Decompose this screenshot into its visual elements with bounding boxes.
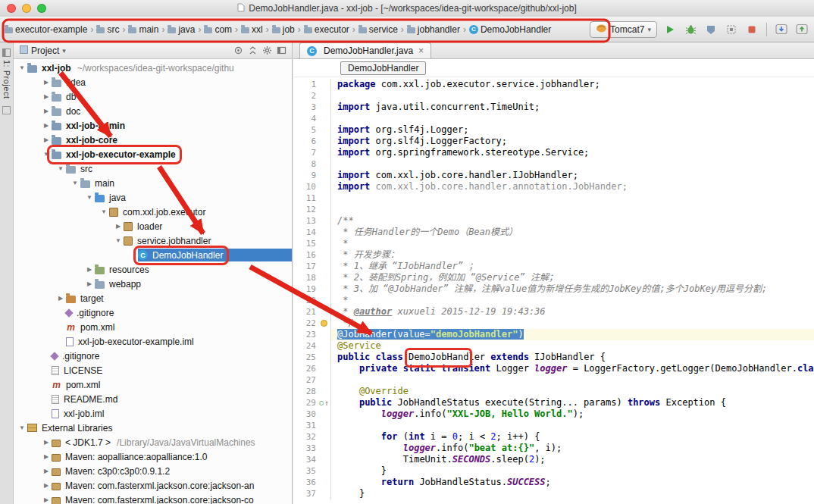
tree-item-Maven: com.fasterxml.jackson.core:jackson-an[interactable]: ▶Maven: com.fasterxml.jackson.core:jacks… xyxy=(14,478,292,493)
vcs-commit-button[interactable] xyxy=(794,22,809,37)
code-line-2[interactable]: 2 xyxy=(293,90,814,102)
tree-item-README.md[interactable]: README.md xyxy=(14,392,292,406)
run-button[interactable] xyxy=(662,22,678,37)
breadcrumb-item-src[interactable]: src xyxy=(95,23,120,36)
code-line-13[interactable]: 13/** xyxy=(293,215,814,227)
tool-window-switcher-icon[interactable] xyxy=(2,46,11,55)
tree-item-.gitignore[interactable]: .gitignore xyxy=(14,305,292,320)
code-line-23[interactable]: 23@JobHander(value="demoJobHandler") xyxy=(293,329,814,340)
favorites-tool-window-icon[interactable] xyxy=(2,104,11,112)
tree-collapse-arrow-icon[interactable]: ▼ xyxy=(113,237,124,244)
code-line-21[interactable]: 21 * @author xuxueli 2015-12-19 19:43:36 xyxy=(293,306,814,318)
profiler-button[interactable] xyxy=(724,22,739,37)
tree-item-webapp[interactable]: ▶webapp xyxy=(14,277,292,291)
code-line-27[interactable]: 27 xyxy=(293,374,814,386)
tree-item-xxl-job-core[interactable]: ▶xxl-job-core xyxy=(14,133,292,147)
code-line-14[interactable]: 14 * 任务Handler的一个Demo（Bean模式） xyxy=(293,227,814,238)
code-line-11[interactable]: 11 xyxy=(293,193,814,204)
code-line-28[interactable]: 28 @Override xyxy=(293,386,814,397)
tree-collapse-arrow-icon[interactable]: ▼ xyxy=(41,151,52,158)
tree-item-pom.xml[interactable]: mpom.xml xyxy=(14,320,292,334)
tree-item-DemoJobHandler[interactable]: CDemoJobHandler xyxy=(14,248,292,262)
tree-item-xxl-job-executor-example.iml[interactable]: xxl-job-executor-example.iml xyxy=(14,334,292,349)
tree-item-.idea[interactable]: ▶.idea xyxy=(14,75,292,89)
stop-button[interactable] xyxy=(744,22,759,37)
settings-gear-icon[interactable] xyxy=(262,45,272,55)
tree-item-.gitignore[interactable]: .gitignore xyxy=(14,349,292,363)
tree-item-resources[interactable]: ▶resources xyxy=(14,262,292,277)
locate-file-icon[interactable] xyxy=(233,45,243,55)
tree-item-main[interactable]: ▼main xyxy=(14,176,292,190)
tree-collapse-arrow-icon[interactable]: ▼ xyxy=(84,194,95,201)
tree-item-Maven: aopalliance:aopalliance:1.0[interactable]: ▶Maven: aopalliance:aopalliance:1.0 xyxy=(14,449,292,464)
override-marker-icon[interactable]: ○ xyxy=(319,399,323,406)
debug-button[interactable] xyxy=(683,22,698,37)
breadcrumb-item-main[interactable]: main xyxy=(127,23,159,36)
editor-tab-demojobhandler[interactable]: C DemoJobHandler.java × xyxy=(299,42,431,58)
tree-item-LICENSE[interactable]: LICENSE xyxy=(14,363,292,377)
tree-item-pom.xml[interactable]: mpom.xml xyxy=(14,377,292,392)
code-line-16[interactable]: 16 * 开发步骤： xyxy=(293,249,814,261)
close-tab-icon[interactable]: × xyxy=(418,45,424,56)
tree-item-loader[interactable]: ▶loader xyxy=(14,219,292,233)
tree-item-service.jobhandler[interactable]: ▼service.jobhandler xyxy=(14,233,292,248)
code-line-8[interactable]: 8 xyxy=(293,158,814,170)
zoom-window-icon[interactable] xyxy=(37,4,46,13)
code-line-29[interactable]: 29○↑ public JobHandleStatus execute(Stri… xyxy=(293,397,814,409)
code-line-10[interactable]: 10import com.xxl.job.core.handler.annota… xyxy=(293,181,814,193)
breadcrumb-item-com[interactable]: com xyxy=(203,23,233,36)
code-line-19[interactable]: 19 * 3、加 “@JobHander” 注解，注解value值为新增任务生成… xyxy=(293,283,814,295)
breadcrumb-item-java[interactable]: java xyxy=(167,23,196,36)
tree-expand-arrow-icon[interactable]: ▶ xyxy=(41,482,52,489)
tree-item-External Libraries[interactable]: ▼External Libraries xyxy=(14,421,292,435)
collapse-all-icon[interactable] xyxy=(248,45,258,55)
code-line-12[interactable]: 12 xyxy=(293,204,814,215)
tree-expand-arrow-icon[interactable]: ▶ xyxy=(84,280,95,287)
run-configuration-select[interactable]: Tomcat7 ▾ xyxy=(590,21,657,38)
tree-collapse-arrow-icon[interactable]: ▼ xyxy=(17,64,27,71)
tree-expand-arrow-icon[interactable]: ▶ xyxy=(41,93,52,100)
code-line-17[interactable]: 17 * 1、继承 “IJobHandler” ； xyxy=(293,261,814,272)
code-line-1[interactable]: 1package com.xxl.job.executor.service.jo… xyxy=(293,79,814,90)
code-line-35[interactable]: 35 } xyxy=(293,465,814,477)
code-line-9[interactable]: 9import com.xxl.job.core.handler.IJobHan… xyxy=(293,170,814,181)
tree-expand-arrow-icon[interactable]: ▶ xyxy=(41,496,52,503)
tree-item-com.xxl.job.executor[interactable]: ▼com.xxl.job.executor xyxy=(14,205,292,219)
tree-collapse-arrow-icon[interactable]: ▼ xyxy=(70,180,80,186)
code-line-4[interactable]: 4 xyxy=(293,113,814,124)
code-line-6[interactable]: 6import org.slf4j.LoggerFactory; xyxy=(293,136,814,147)
breadcrumb-item-DemoJobHandler[interactable]: CDemoJobHandler xyxy=(468,23,552,36)
code-line-3[interactable]: 3import java.util.concurrent.TimeUnit; xyxy=(293,102,814,113)
tree-item-src[interactable]: ▼src xyxy=(14,161,292,176)
tree-item-Maven: c3p0:c3p0:0.9.1.2[interactable]: ▶Maven: c3p0:c3p0:0.9.1.2 xyxy=(14,464,292,478)
breadcrumb-item-executor[interactable]: executor xyxy=(303,23,350,36)
tree-item-target[interactable]: ▶target xyxy=(14,291,292,305)
tree-collapse-arrow-icon[interactable]: ▼ xyxy=(17,424,27,431)
tree-expand-arrow-icon[interactable]: ▶ xyxy=(84,266,95,273)
code-line-5[interactable]: 5import org.slf4j.Logger; xyxy=(293,124,814,136)
code-line-20[interactable]: 20 * xyxy=(293,295,814,306)
code-line-22[interactable]: 22 */ xyxy=(293,318,814,329)
code-line-32[interactable]: 32 for (int i = 0; i < 2; i++) { xyxy=(293,431,814,443)
code-line-7[interactable]: 7import org.springframework.stereotype.S… xyxy=(293,147,814,158)
tree-item-Maven: com.fasterxml.jackson.core:jackson-co[interactable]: ▶Maven: com.fasterxml.jackson.core:jacks… xyxy=(14,493,292,504)
minimize-window-icon[interactable] xyxy=(22,4,31,13)
code-line-24[interactable]: 24@Service xyxy=(293,340,814,352)
tree-item-db[interactable]: ▶db xyxy=(14,89,292,104)
tree-collapse-arrow-icon[interactable]: ▼ xyxy=(99,208,109,215)
code-line-30[interactable]: 30 logger.info("XXL-JOB, Hello World."); xyxy=(293,409,814,420)
tree-item-xxl-job-admin[interactable]: ▶xxl-job-admin xyxy=(14,118,292,133)
tree-expand-arrow-icon[interactable]: ▶ xyxy=(113,223,124,230)
breadcrumb-item-job[interactable]: job xyxy=(271,23,296,36)
breadcrumb-item-jobhandler[interactable]: jobhandler xyxy=(406,23,461,36)
code-line-31[interactable]: 31 xyxy=(293,420,814,431)
tree-item-java[interactable]: ▼java xyxy=(14,190,292,205)
code-line-36[interactable]: 36 return JobHandleStatus.SUCCESS; xyxy=(293,477,814,488)
tree-expand-arrow-icon[interactable]: ▶ xyxy=(41,468,52,474)
tree-expand-arrow-icon[interactable]: ▶ xyxy=(41,453,52,460)
hide-panel-icon[interactable] xyxy=(277,45,286,55)
navigate-up-icon[interactable]: ↑ xyxy=(324,399,329,407)
tree-item-< JDK1.7 >[interactable]: ▶< JDK1.7 >/Library/Java/JavaVirtualMach… xyxy=(14,435,292,449)
tree-item-doc[interactable]: ▶doc xyxy=(14,104,292,118)
code-line-33[interactable]: 33 logger.info("beat at:{}", i); xyxy=(293,443,814,454)
